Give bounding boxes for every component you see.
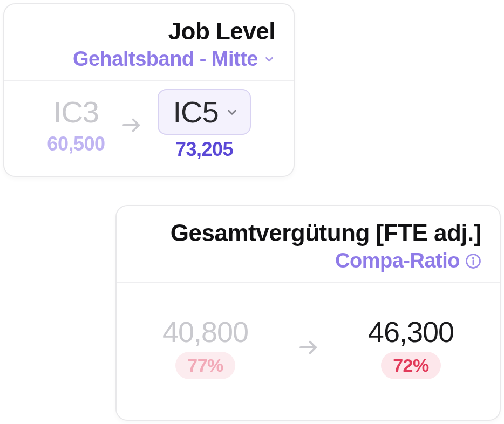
compensation-subtitle-row: Compa-Ratio — [135, 249, 481, 272]
old-salary-value: 60,500 — [47, 133, 105, 155]
new-level-column: IC5 73,205 — [158, 89, 250, 161]
job-level-title: Job Level — [23, 18, 275, 44]
job-level-body: IC3 60,500 IC5 73,205 — [4, 81, 294, 176]
job-level-subtitle-label: Gehaltsband - Mitte — [73, 47, 258, 71]
new-comp-column: 46,300 72% — [368, 315, 454, 379]
chevron-down-icon — [263, 53, 275, 65]
compensation-header: Gesamtvergütung [FTE adj.] Compa-Ratio — [117, 206, 500, 283]
old-level-value: IC3 — [53, 94, 99, 129]
new-level-select[interactable]: IC5 — [158, 89, 250, 135]
job-level-subtitle-dropdown[interactable]: Gehaltsband - Mitte — [23, 47, 275, 71]
new-compa-ratio-badge: 72% — [381, 352, 441, 379]
arrow-right-icon — [297, 336, 319, 359]
old-level-column: IC3 60,500 — [47, 94, 105, 155]
job-level-card: Job Level Gehaltsband - Mitte IC3 60,500… — [3, 3, 295, 177]
old-comp-value: 40,800 — [162, 315, 248, 348]
new-level-value: IC5 — [173, 94, 218, 129]
old-compa-ratio-badge: 77% — [175, 352, 235, 379]
job-level-header: Job Level Gehaltsband - Mitte — [4, 4, 294, 81]
info-icon[interactable] — [465, 253, 481, 269]
svg-point-3 — [473, 258, 474, 259]
chevron-down-icon — [225, 105, 239, 119]
compensation-subtitle-label: Compa-Ratio — [335, 249, 460, 272]
compensation-card: Gesamtvergütung [FTE adj.] Compa-Ratio 4… — [115, 205, 501, 421]
new-comp-value: 46,300 — [368, 315, 454, 348]
compensation-body: 40,800 77% 46,300 72% — [117, 283, 500, 420]
old-comp-column: 40,800 77% — [162, 315, 248, 379]
arrow-right-icon — [120, 114, 142, 136]
compensation-title: Gesamtvergütung [FTE adj.] — [135, 220, 481, 246]
new-salary-value: 73,205 — [175, 138, 233, 161]
